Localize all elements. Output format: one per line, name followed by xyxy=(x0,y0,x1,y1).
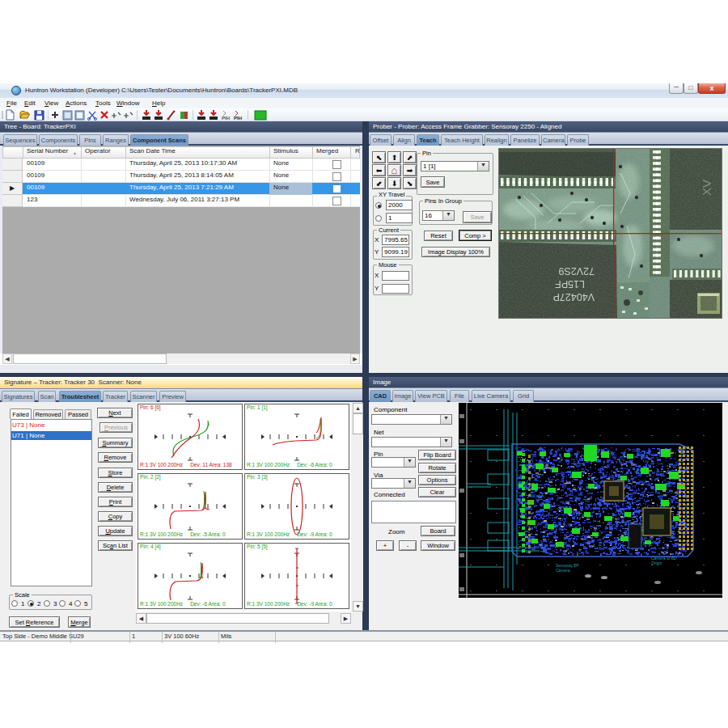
svg-text:Camera: Camera xyxy=(556,568,570,573)
svg-text:Origin: Origin xyxy=(651,561,662,565)
svg-text:PIH: PIH xyxy=(234,116,242,121)
svg-text:PIH: PIH xyxy=(222,116,230,121)
